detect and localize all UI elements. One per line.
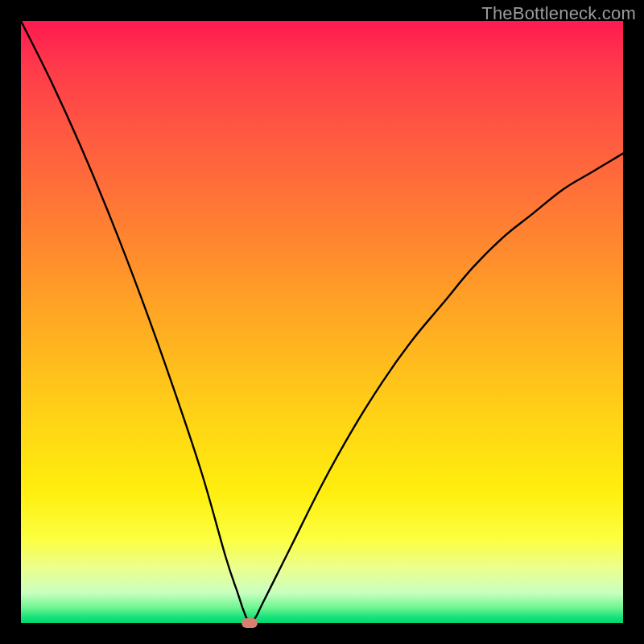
optimal-marker	[242, 618, 258, 628]
bottleneck-curve	[21, 21, 623, 623]
plot-area	[21, 21, 623, 623]
chart-frame: TheBottleneck.com	[0, 0, 644, 644]
